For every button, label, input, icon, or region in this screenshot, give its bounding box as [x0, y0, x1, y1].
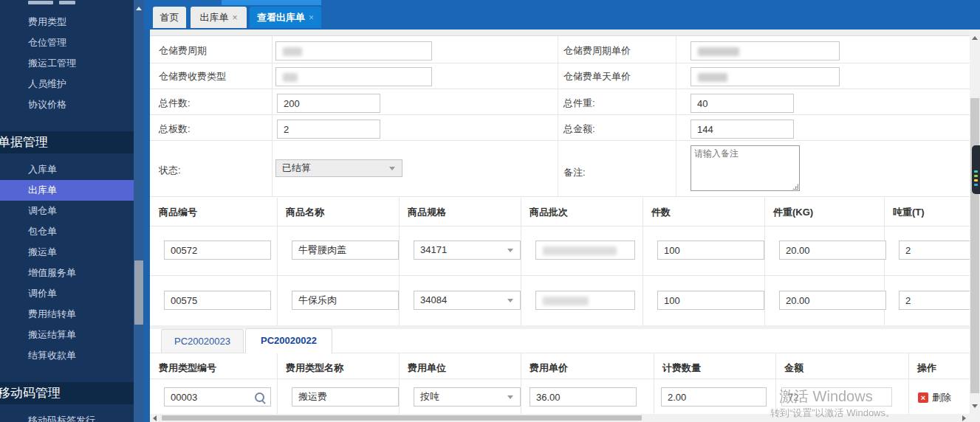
total-pieces-input[interactable]	[277, 94, 380, 113]
col-header-weight: 件重(KG)	[773, 206, 813, 219]
sidebar-item-protocol-price[interactable]: 协议价格	[0, 94, 134, 115]
product-qty-input[interactable]	[657, 291, 764, 310]
divider	[150, 226, 970, 226]
sidebar-item-package[interactable]: 包仓单	[0, 221, 134, 242]
product-batch-field[interactable]	[535, 291, 635, 310]
sidebar-item-value-added[interactable]: 增值服务单	[0, 263, 134, 283]
sidebar-item-reprice[interactable]: 调价单	[0, 283, 134, 304]
fee-code-input[interactable]	[165, 388, 254, 406]
search-icon[interactable]	[255, 392, 264, 402]
divider	[150, 196, 970, 197]
storage-cycle-field[interactable]	[275, 41, 432, 60]
sidebar-item-haulage-settle[interactable]: 搬运结算单	[0, 325, 134, 345]
sidebar: 费用类型 仓位管理 搬运工管理 人员维护 协议价格 单据管理 入库单 出库单 调…	[0, 0, 134, 422]
tab-home[interactable]: 首页	[153, 7, 186, 28]
fee-name-input[interactable]	[292, 387, 399, 407]
sidebar-scrollbar[interactable]	[134, 0, 144, 422]
storage-day-price-field[interactable]	[691, 67, 840, 86]
menu-highlight-fragment	[222, 0, 321, 5]
fee-unit-select[interactable]: 按吨	[414, 387, 521, 407]
label-status: 状态:	[159, 164, 181, 177]
sidebar-item-inbound[interactable]: 入库单	[0, 159, 134, 180]
main-vertical-scrollbar-thumb[interactable]	[970, 98, 979, 393]
sidebar-item-settle-receipt[interactable]: 结算收款单	[0, 345, 134, 366]
product-spec-select[interactable]: 34171	[414, 241, 521, 260]
total-amount-input[interactable]	[691, 120, 794, 139]
delete-row-button[interactable]: × 删除	[918, 391, 951, 404]
sidebar-item-mobile-label[interactable]: 移动码标签发行	[0, 410, 134, 422]
close-icon[interactable]: ×	[232, 13, 237, 23]
tab-home-label: 首页	[160, 12, 179, 23]
sidebar-item-fee-carryover[interactable]: 费用结转单	[0, 304, 134, 325]
sidebar-section-mobile-code[interactable]: 移动码管理	[0, 382, 134, 404]
storage-cycle-price-field[interactable]	[691, 41, 840, 60]
product-name-input[interactable]	[292, 291, 399, 310]
fee-price-input[interactable]	[530, 387, 637, 407]
sidebar-item-porter-mgmt[interactable]: 搬运工管理	[0, 53, 134, 74]
fee-tab-pc20020023[interactable]: PC20020023	[161, 329, 244, 353]
tab-view-outbound-label: 查看出库单	[257, 12, 305, 23]
product-weight-input[interactable]	[779, 241, 886, 260]
label-total-amount: 总金额:	[563, 122, 595, 136]
divider	[150, 140, 970, 141]
sidebar-item-transfer[interactable]: 调仓单	[0, 201, 134, 221]
sidebar-item-fee-type[interactable]: 费用类型	[0, 12, 134, 32]
col-header-tons: 吨重(T)	[893, 206, 925, 219]
remark-textarea[interactable]	[691, 145, 800, 191]
fee-tab-pc20020022-active[interactable]: PC20020022	[245, 328, 332, 353]
fee-code-field[interactable]	[164, 387, 271, 407]
main-horizontal-scrollbar-thumb[interactable]	[162, 415, 642, 421]
product-batch-field[interactable]	[535, 241, 635, 260]
divider	[521, 353, 521, 414]
fee-unit-value: 按吨	[420, 391, 439, 402]
col-header-product-code: 商品编号	[159, 206, 197, 219]
col-header-fee-amount: 金额	[784, 362, 803, 375]
close-icon[interactable]: ×	[309, 13, 314, 23]
sidebar-item-bin-mgmt[interactable]: 仓位管理	[0, 32, 134, 53]
tab-outbound[interactable]: 出库单×	[191, 7, 247, 28]
total-weight-input[interactable]	[691, 94, 794, 113]
product-tons-input[interactable]	[899, 241, 970, 260]
status-select[interactable]: 已结算	[275, 159, 402, 177]
sidebar-item-outbound-selected[interactable]: 出库单	[0, 180, 134, 201]
product-code-input[interactable]	[164, 291, 271, 310]
product-name-input[interactable]	[292, 241, 399, 260]
scroll-down-icon[interactable]	[972, 404, 978, 408]
product-qty-input[interactable]	[657, 241, 764, 260]
tab-outbound-label: 出库单	[199, 12, 228, 23]
divider	[654, 353, 654, 414]
col-header-product-spec: 商品规格	[408, 206, 446, 219]
product-weight-input[interactable]	[779, 291, 886, 310]
col-header-fee-price: 费用单价	[530, 362, 568, 375]
sidebar-scroll-up-icon[interactable]	[136, 7, 142, 10]
sidebar-item-personnel[interactable]: 人员维护	[0, 74, 134, 94]
chevron-down-icon	[389, 167, 395, 170]
divider	[764, 198, 765, 325]
divider	[150, 89, 970, 89]
total-boards-input[interactable]	[277, 120, 380, 139]
scroll-left-icon[interactable]	[153, 415, 157, 421]
divider	[399, 198, 400, 325]
fee-qty-input[interactable]	[661, 387, 767, 407]
tab-view-outbound[interactable]: 查看出库单×	[250, 7, 321, 28]
scroll-right-icon[interactable]	[962, 415, 966, 421]
product-tons-input[interactable]	[899, 291, 970, 310]
product-code-input[interactable]	[164, 241, 271, 260]
edge-overlay-widget[interactable]	[972, 145, 980, 194]
label-remark: 备注:	[563, 166, 586, 179]
product-spec-select[interactable]: 34084	[414, 291, 521, 310]
sidebar-section-docs[interactable]: 单据管理	[0, 131, 134, 153]
col-header-product-name: 商品名称	[286, 206, 324, 219]
divider	[558, 36, 558, 196]
divider	[521, 198, 521, 325]
storage-fee-type-field[interactable]	[275, 67, 432, 86]
sidebar-scrollbar-thumb[interactable]	[134, 260, 143, 325]
col-header-fee-qty: 计费数量	[662, 362, 701, 375]
label-total-pieces: 总件数:	[159, 97, 191, 110]
scroll-up-icon[interactable]	[972, 36, 978, 40]
sidebar-item-haulage[interactable]: 搬运单	[0, 242, 134, 263]
chevron-down-icon	[507, 249, 513, 252]
divider	[150, 114, 970, 115]
fee-amount-input[interactable]	[781, 387, 892, 407]
col-header-fee-code: 费用类型编号	[159, 362, 216, 375]
